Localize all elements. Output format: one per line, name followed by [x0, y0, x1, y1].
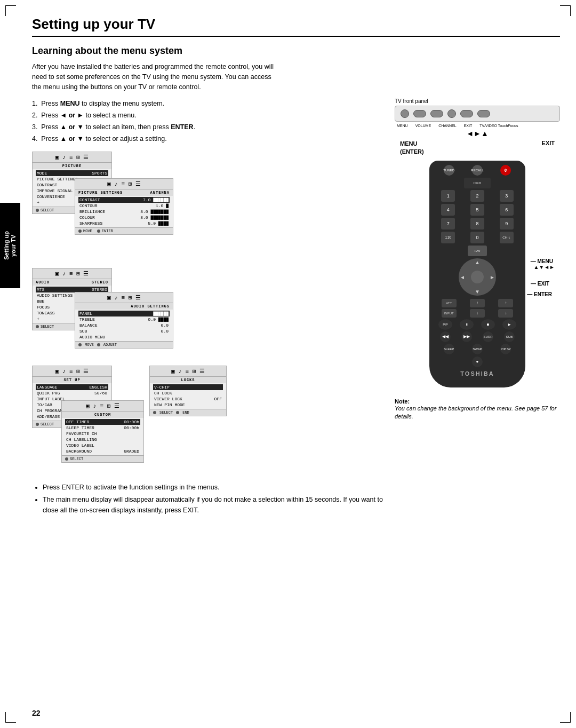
picsettings-title: PICTURE SETTINGSANTENNA: [75, 189, 173, 196]
remote-info-btn[interactable]: INFO: [464, 178, 491, 188]
remote-num-6[interactable]: 6: [500, 204, 514, 216]
bottom-menus-row: ▣ ♪ ≡ ⊞ ☰ SET UP LANGUAGEENGLISH QUICK P…: [32, 366, 384, 472]
tv-btn-menu[interactable]: [401, 109, 409, 118]
remote-play-btn[interactable]: ▶: [502, 319, 516, 330]
locks-chlock-row: CH LOCK: [153, 390, 223, 396]
remote-rew-btn[interactable]: ◀◀: [440, 331, 451, 342]
locks-viewer-row: VIEWER LOCKOFF: [153, 396, 223, 402]
remote-num-chpgm[interactable]: CH↑↓: [500, 232, 514, 243]
remote-pause-btn[interactable]: ⏸: [460, 319, 474, 330]
locks-select-line: SELECT END: [150, 409, 226, 416]
locks-menu-box: ▣ ♪ ≡ ⊞ ☰ LOCKS V-CHIP CH LOCK VIEWER LO…: [149, 366, 227, 416]
remote-num-2[interactable]: 2: [470, 190, 484, 202]
remote-power-btn[interactable]: ⏻: [500, 165, 511, 176]
custom-chlabel-row: CH LABELLING: [65, 437, 140, 442]
remote-pip-size-btn[interactable]: PIP SZ: [500, 344, 511, 354]
bullet-list: Press ENTER to activate the function set…: [43, 482, 384, 516]
move-dot2: [78, 343, 82, 346]
locks-title: LOCKS: [150, 377, 226, 383]
audset-move-line: MOVE ADJUST: [75, 341, 173, 348]
locks-body: V-CHIP CH LOCK VIEWER LOCKOFF NEW PIN MO…: [150, 383, 226, 409]
list-item-4: 4. Press ▲ or ▼ to select or adjust a se…: [32, 133, 384, 144]
tv-btn-tvvideo[interactable]: [460, 110, 473, 117]
picsettings-move-line: MOVE ENTER: [75, 227, 173, 234]
panel-label-channel: CHANNEL: [438, 124, 456, 128]
menu-screenshots-top: ▣ ♪ ≡ ⊞ ☰ PICTURE MODESPORTS PICTURE SET…: [32, 152, 384, 264]
remote-num-4[interactable]: 4: [441, 204, 455, 216]
setup-quick-row: QUICK PRG50/60: [36, 390, 108, 396]
tv-btn-channel[interactable]: [430, 110, 443, 117]
remote-fav-btn[interactable]: FAV: [468, 246, 487, 256]
remote-nav-ring[interactable]: ▲ ▼ ◄ ►: [459, 258, 496, 296]
remote-nav-left-arrow: ◄: [460, 274, 465, 280]
remote-recall-btn[interactable]: RECALL: [472, 165, 483, 176]
menu-enter-exit: MENU(ENTER) EXIT: [395, 140, 560, 155]
list-item-3: 3. Press ▲ or ▼ to select an item, then …: [32, 122, 384, 132]
remote-vol-ch-row: INPUT ↓ ↓: [435, 309, 520, 318]
remote-num-9[interactable]: 9: [500, 218, 514, 230]
remote-pip-btn[interactable]: PIP: [438, 319, 452, 330]
remote-ff-btn[interactable]: ▶▶: [461, 331, 472, 342]
remote-surr-btn[interactable]: SURR: [483, 331, 493, 342]
remote-ch-down-btn[interactable]: ↓: [470, 309, 485, 318]
remote-num-3[interactable]: 3: [500, 190, 514, 202]
setup-sel-dot: [36, 423, 39, 426]
custom-sel-dot: [65, 457, 68, 461]
move-dot: [78, 230, 82, 233]
locks-end-dot: [176, 411, 179, 414]
remote-sub-btn[interactable]: SUB: [504, 331, 515, 342]
remote-menu-label: — MENU ▲▼◄►: [531, 258, 555, 270]
remote-num-8[interactable]: 8: [470, 218, 484, 230]
locks-container: ▣ ♪ ≡ ⊞ ☰ LOCKS V-CHIP CH LOCK VIEWER LO…: [149, 366, 227, 472]
remote-tuned-btn[interactable]: TUNED: [444, 165, 454, 176]
remote-vol-down-btn[interactable]: ↓: [498, 309, 513, 318]
exit-label: EXIT: [542, 140, 555, 146]
remote-ch-up-btn[interactable]: ↑: [470, 299, 485, 307]
ps-contrast-row: CONTRAST7.0 ██████: [78, 197, 170, 203]
list-item-2: 2. Press ◄ or ► to select a menu.: [32, 110, 384, 121]
picture-menu-icons: ▣ ♪ ≡ ⊞ ☰: [33, 152, 111, 163]
panel-label-menu: MENU: [397, 124, 408, 128]
remote-stop-btn[interactable]: ⏹: [481, 319, 495, 330]
remote-input-btn[interactable]: INPUT: [442, 309, 457, 318]
remote-sleep-btn[interactable]: SLEEP: [444, 344, 454, 354]
tv-btn-exit[interactable]: [447, 109, 456, 118]
audset-body: PANEL██████ TREBLE9.0 ████ BALANCE0.0 SU…: [75, 310, 173, 341]
numbered-list: 1. Press MENU to display the menu system…: [32, 98, 384, 144]
select-dot: [36, 209, 39, 212]
side-tab: Setting up your TV: [0, 203, 20, 288]
tv-btn-touchfocus[interactable]: [477, 110, 490, 117]
list-item-1: 1. Press MENU to display the menu system…: [32, 98, 384, 109]
tv-front-panel-label: TV front panel: [395, 98, 560, 104]
tv-btn-volume[interactable]: [413, 110, 426, 117]
remote-vol-up-btn[interactable]: ↑: [498, 299, 513, 307]
remote-fav-row: FAV: [435, 246, 520, 256]
custom-select-line: SELECT: [62, 455, 143, 462]
remote-num-5[interactable]: 5: [470, 204, 484, 216]
audset-treble-row: TREBLE9.0 ████: [78, 316, 170, 322]
panel-label-tvvideo: TV/VIDEO TouchFocus: [479, 124, 518, 128]
note-box: Note: You can change the background of t…: [395, 398, 560, 421]
audset-balance-row: BALANCE0.0: [78, 322, 170, 328]
remote-brand: TOSHIBA: [435, 370, 520, 377]
remote-num-110[interactable]: 110: [441, 232, 455, 243]
custom-offtimer-row: OFF TIMER00:00h: [65, 419, 140, 425]
remote-swap-btn[interactable]: SWAP: [472, 344, 483, 354]
remote-control: TUNED RECALL ⏻ INFO 1 2 3 4: [429, 161, 525, 387]
page-number: 22: [32, 709, 41, 717]
right-col: TV front panel MENU VOLUME CHANNEL EXIT …: [395, 98, 560, 522]
remote-extra1-btn[interactable]: ●: [472, 357, 483, 367]
remote-num-1[interactable]: 1: [441, 190, 455, 202]
locks-vchip-row: V-CHIP: [153, 384, 223, 390]
section-heading: Learning about the menu system: [32, 45, 560, 57]
remote-nav-center[interactable]: [471, 271, 484, 283]
remote-exit-label: — EXIT: [531, 281, 549, 287]
custom-body: OFF TIMER00:00h SLEEP TIMER00:00h FAVOUR…: [62, 418, 143, 455]
audio-select-dot: [36, 325, 39, 328]
remote-num-0[interactable]: 0: [470, 232, 484, 243]
audset-panel-row: PANEL██████: [78, 311, 170, 316]
panel-label-exit: EXIT: [464, 124, 473, 128]
remote-num-7[interactable]: 7: [441, 218, 455, 230]
remote-att-btn[interactable]: ATT: [442, 299, 457, 307]
note-title: Note:: [395, 398, 560, 405]
